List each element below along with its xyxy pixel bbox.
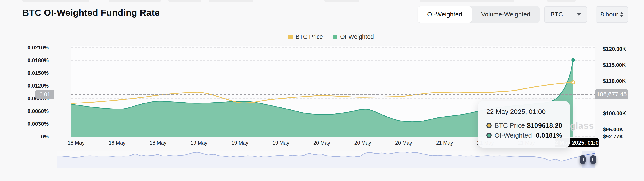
crosshair-right-axis-badge: 106,677.45 bbox=[595, 89, 628, 99]
navigator-handle-right[interactable] bbox=[590, 155, 596, 164]
tooltip-value: $109618.20 bbox=[527, 122, 562, 129]
tooltip-label: OI-Weighted bbox=[494, 132, 532, 139]
tooltip-row-oi-weighted: OI-Weighted 0.0181% bbox=[486, 132, 562, 139]
tooltip-date: 22 May 2025, 01:00 bbox=[486, 108, 562, 115]
crosshair-left-axis-badge: 0.01 bbox=[35, 90, 54, 99]
tooltip-value: 0.0181% bbox=[536, 132, 562, 139]
funding-rate-screen: BTC OI-Weighted Funding Rate OI-Weighted… bbox=[0, 0, 644, 181]
btc-price-dot-icon bbox=[486, 123, 492, 128]
navigator-handle-left[interactable] bbox=[580, 155, 586, 164]
funding-rate-chart[interactable] bbox=[0, 0, 644, 181]
tooltip-row-btc-price: BTC Price $109618.20 bbox=[486, 122, 562, 129]
chart-tooltip: 22 May 2025, 01:00 BTC Price $109618.20 … bbox=[478, 101, 570, 148]
oi-weighted-dot-icon bbox=[486, 133, 492, 138]
tooltip-label: BTC Price bbox=[494, 122, 525, 129]
